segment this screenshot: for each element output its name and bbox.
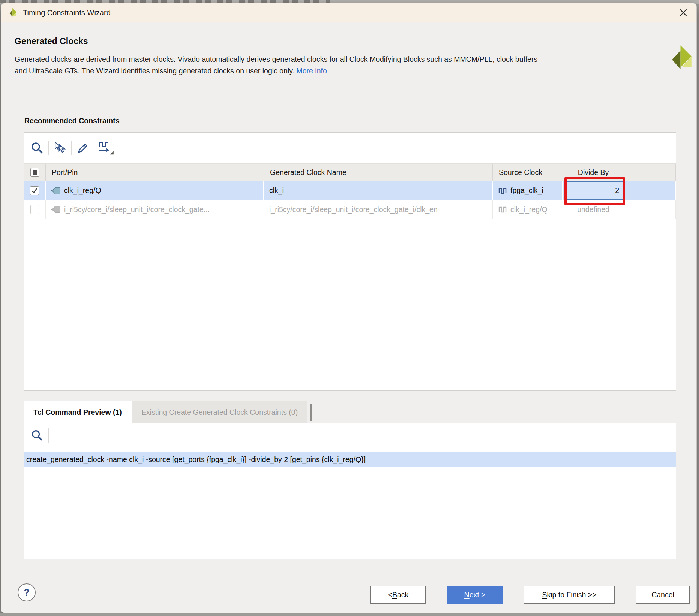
timing-constraints-wizard-dialog: Timing Constraints Wizard Generated Cloc… [1, 3, 697, 613]
port-pin-cell: i_ri5cy/core_i/sleep_unit_i/core_clock_g… [46, 200, 264, 219]
page-title: Generated Clocks [15, 36, 88, 46]
port-pin-text: i_ri5cy/core_i/sleep_unit_i/core_clock_g… [64, 205, 210, 214]
column-header-source-clock[interactable]: Source Clock [493, 164, 563, 181]
bottom-tabstrip: Tcl Command Preview (1) Existing Create … [24, 401, 312, 423]
page-description: Generated clocks are derived from master… [15, 54, 542, 77]
toolbar-separator [48, 428, 49, 443]
section-divider [24, 131, 676, 131]
help-icon: ? [24, 587, 29, 598]
back-button[interactable]: < Back [370, 586, 426, 604]
more-info-link[interactable]: More info [296, 67, 327, 75]
search-icon [30, 141, 44, 155]
column-header-generated-clock-name[interactable]: Generated Clock Name [264, 164, 493, 181]
column-header-filler [624, 164, 676, 181]
xilinx-logo [669, 44, 696, 72]
table-row[interactable]: i_ri5cy/core_i/sleep_unit_i/core_clock_g… [24, 200, 676, 219]
row-select-cell [24, 181, 46, 200]
help-button[interactable]: ? [18, 583, 36, 601]
clock-name-cell: i_ri5cy/core_i/sleep_unit_i/core_clock_g… [264, 200, 493, 219]
search-button[interactable] [28, 137, 46, 159]
pin-icon [51, 186, 61, 195]
tcl-preview-panel: create_generated_clock -name clk_i -sour… [24, 423, 676, 559]
tcl-command-row[interactable]: create_generated_clock -name clk_i -sour… [24, 452, 676, 467]
cancel-button[interactable]: Cancel [636, 586, 690, 604]
row-checkbox-unchecked[interactable] [30, 205, 39, 214]
column-header-port-pin[interactable]: Port/Pin [46, 164, 264, 181]
toolbar-separator [71, 141, 72, 155]
pin-icon [51, 205, 61, 214]
close-icon [678, 8, 688, 18]
port-pin-cell: clk_i_reg/Q [46, 181, 264, 200]
column-header-divide-by[interactable]: Divide By [563, 164, 624, 181]
clock-waveform-icon [498, 205, 507, 214]
checkmark-icon [31, 187, 38, 194]
port-pin-text: clk_i_reg/Q [64, 186, 101, 195]
toolbar-separator [94, 141, 94, 155]
deselect-all-button[interactable] [51, 137, 69, 159]
table-toolbar [24, 133, 676, 163]
source-clock-text: fpga_clk_i [510, 186, 543, 195]
toolbar-separator [48, 141, 49, 155]
clock-waveform-icon [498, 186, 507, 195]
page-description-text: Generated clocks are derived from master… [15, 55, 537, 75]
filler-cell [624, 200, 676, 219]
divide-by-editor[interactable]: 2 [567, 181, 623, 200]
clock-name-cell: clk_i [264, 181, 493, 200]
select-all-header-cell [24, 164, 46, 181]
tcl-toolbar [24, 423, 676, 447]
table-header: Port/Pin Generated Clock Name Source Clo… [24, 163, 676, 181]
create-clock-icon [98, 141, 114, 155]
tab-tcl-command-preview[interactable]: Tcl Command Preview (1) [24, 401, 132, 423]
row-select-cell [24, 200, 46, 219]
recommended-constraints-panel: Port/Pin Generated Clock Name Source Clo… [24, 132, 676, 391]
close-button[interactable] [677, 6, 690, 19]
tab-existing-constraints[interactable]: Existing Create Generated Clock Constrai… [132, 401, 308, 423]
source-clock-cell: clk_i_reg/Q [493, 200, 563, 219]
deselect-icon [52, 141, 68, 155]
tcl-search-button[interactable] [28, 425, 46, 446]
filler-cell [624, 181, 676, 200]
recommended-constraints-title: Recommended Constraints [24, 117, 120, 125]
next-button[interactable]: Next > [447, 586, 503, 604]
edit-button[interactable] [74, 137, 92, 159]
footer-buttons: < Back Next > Skip to Finish >> Cancel [370, 586, 690, 604]
create-generated-clock-button[interactable] [96, 137, 115, 159]
row-checkbox-checked[interactable] [30, 186, 39, 195]
table-row[interactable]: clk_i_reg/Q clk_i fpga_clk_i 2 [24, 181, 676, 200]
dialog-titlebar[interactable]: Timing Constraints Wizard [1, 3, 696, 22]
vivado-logo-icon [8, 7, 18, 18]
toolbar-separator [117, 141, 117, 155]
source-clock-text: clk_i_reg/Q [510, 205, 548, 214]
tab-resize-handle[interactable] [310, 404, 312, 421]
source-clock-cell: fpga_clk_i [493, 181, 563, 200]
select-all-checkbox[interactable] [30, 168, 39, 177]
background-window-strip-bottom [0, 613, 699, 616]
search-icon [30, 429, 44, 442]
skip-to-finish-button[interactable]: Skip to Finish >> [524, 586, 615, 604]
dialog-body: Generated Clocks Generated clocks are de… [1, 22, 696, 613]
dialog-title: Timing Constraints Wizard [23, 9, 111, 17]
divide-by-cell: undefined [563, 200, 624, 219]
screen: Timing Constraints Wizard Generated Cloc… [0, 0, 699, 616]
divide-by-cell: 2 [563, 181, 624, 200]
edit-pencil-icon [76, 141, 90, 155]
